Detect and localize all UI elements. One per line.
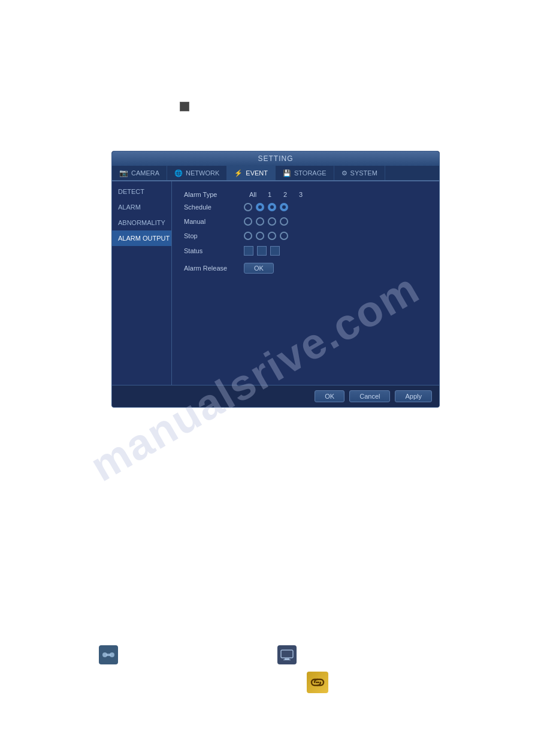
setting-dialog: SETTING CAMERA NETWORK EVENT STORAGE SYS… [111, 151, 440, 408]
status-row: Status [184, 246, 427, 256]
apply-button[interactable]: Apply [395, 390, 432, 402]
bottom-bar: OK Cancel Apply [112, 385, 439, 407]
stop-row: Stop [184, 232, 427, 240]
tab-storage[interactable]: STORAGE [276, 166, 334, 180]
schedule-radio-2[interactable] [268, 203, 276, 211]
storage-icon [283, 169, 291, 177]
content-area: DETECT ALARM ABNORMALITY ALARM OUTPUT Al… [112, 181, 439, 385]
manual-radio-3[interactable] [280, 217, 288, 226]
alarm-release-row: Alarm Release OK [184, 263, 427, 274]
stop-radio-1[interactable] [256, 232, 264, 240]
schedule-radio-1[interactable] [256, 203, 264, 211]
sidebar-item-abnormality[interactable]: ABNORMALITY [112, 215, 171, 230]
manual-radio-group [244, 217, 288, 226]
schedule-radio-3[interactable] [280, 203, 288, 211]
svg-rect-5 [283, 660, 291, 660]
manual-radio-1[interactable] [256, 217, 264, 226]
manual-radio-2[interactable] [268, 217, 276, 226]
stop-radio-group [244, 232, 288, 240]
manual-row: Manual [184, 217, 427, 226]
schedule-row: Schedule [184, 203, 427, 211]
manual-radio-all[interactable] [244, 217, 252, 226]
main-panel: Alarm Type All 1 2 3 Schedule Manual [172, 181, 439, 385]
sidebar: DETECT ALARM ABNORMALITY ALARM OUTPUT [112, 181, 172, 385]
monitor-icon-bottom [277, 645, 297, 664]
stop-radio-all[interactable] [244, 232, 252, 240]
svg-rect-4 [285, 658, 289, 660]
svg-rect-2 [106, 654, 111, 656]
tab-event[interactable]: EVENT [227, 166, 276, 180]
link-icon-bottom-left [99, 645, 118, 664]
status-check-3[interactable] [270, 246, 280, 256]
camera-icon [119, 169, 128, 177]
stop-radio-2[interactable] [268, 232, 276, 240]
tab-bar: CAMERA NETWORK EVENT STORAGE SYSTEM [112, 166, 439, 181]
status-check-1[interactable] [244, 246, 253, 256]
small-top-icon [180, 102, 189, 111]
alarm-release-ok-button[interactable]: OK [244, 263, 274, 274]
schedule-radio-group [244, 203, 288, 211]
sidebar-item-detect[interactable]: DETECT [112, 184, 171, 199]
tab-system[interactable]: SYSTEM [334, 166, 385, 180]
schedule-radio-all[interactable] [244, 203, 252, 211]
network-icon [174, 169, 183, 177]
sidebar-item-alarm[interactable]: ALARM [112, 199, 171, 215]
status-checkbox-group [244, 246, 280, 256]
status-check-2[interactable] [257, 246, 267, 256]
cancel-button[interactable]: Cancel [349, 390, 390, 402]
svg-rect-3 [281, 650, 293, 658]
ok-button[interactable]: OK [315, 390, 344, 402]
dialog-title: SETTING [112, 151, 439, 166]
chain-icon-bottom [307, 672, 328, 693]
event-icon [234, 169, 243, 177]
tab-camera[interactable]: CAMERA [112, 166, 167, 180]
system-icon [341, 169, 347, 177]
col-headers: Alarm Type All 1 2 3 [184, 191, 427, 198]
tab-network[interactable]: NETWORK [167, 166, 227, 180]
sidebar-item-alarm-output[interactable]: ALARM OUTPUT [112, 230, 171, 246]
stop-radio-3[interactable] [280, 232, 288, 240]
